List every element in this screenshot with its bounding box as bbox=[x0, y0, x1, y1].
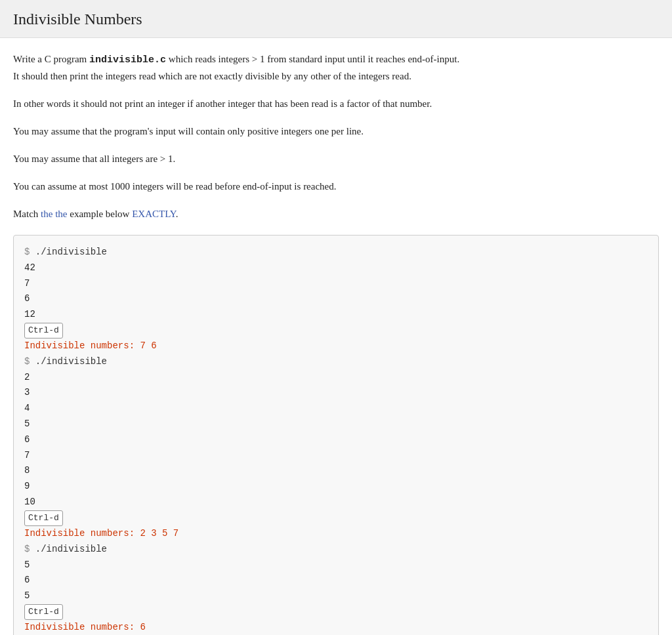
paragraph-2: In other words it should not print an in… bbox=[13, 96, 659, 112]
ctrl-d-3: Ctrl-d bbox=[24, 604, 648, 620]
input-42: 42 bbox=[24, 260, 648, 276]
output-2: Indivisible numbers: 2 3 5 7 bbox=[24, 526, 648, 542]
cmd-3: ./indivisible bbox=[30, 544, 107, 554]
input-7: 7 bbox=[24, 276, 648, 292]
page-title: Indivisible Numbers bbox=[13, 10, 659, 28]
ctrl-d-1: Ctrl-d bbox=[24, 323, 648, 338]
input-6c: 6 bbox=[24, 573, 648, 588]
content: Write a C program indivisible.c which re… bbox=[0, 38, 672, 635]
paragraph-3: You may assume that the program's input … bbox=[13, 123, 659, 139]
input-2: 2 bbox=[24, 370, 648, 386]
input-5: 5 bbox=[24, 417, 648, 432]
paragraph-4: You may assume that all integers are > 1… bbox=[13, 151, 659, 167]
match-instruction: Match the the example below EXACTLY. bbox=[13, 206, 659, 222]
exactly-link[interactable]: EXACTLY bbox=[132, 209, 176, 219]
header: Indivisible Numbers bbox=[0, 0, 672, 38]
input-3: 3 bbox=[24, 385, 648, 401]
paragraph-5: You can assume at most 1000 integers wil… bbox=[13, 178, 659, 194]
paragraph-1: Write a C program indivisible.c which re… bbox=[13, 51, 659, 84]
output-1: Indivisible numbers: 7 6 bbox=[24, 338, 648, 354]
code-block-container: $ ./indivisible 42 7 6 12 Ctrl-d Indivis… bbox=[13, 235, 659, 635]
input-9: 9 bbox=[24, 479, 648, 495]
ctrl-d-2: Ctrl-d bbox=[24, 510, 648, 526]
cmd-line-2: $ ./indivisible bbox=[24, 354, 648, 370]
the-link-2[interactable]: the bbox=[55, 209, 67, 219]
input-8: 8 bbox=[24, 463, 648, 479]
filename: indivisible.c bbox=[89, 54, 166, 66]
input-7b: 7 bbox=[24, 448, 648, 464]
cmd-line-1: $ ./indivisible bbox=[24, 245, 648, 260]
cmd-1: ./indivisible bbox=[30, 247, 107, 257]
input-5c: 5 bbox=[24, 588, 648, 604]
input-6b: 6 bbox=[24, 432, 648, 448]
cmd-line-3: $ ./indivisible bbox=[24, 542, 648, 558]
output-3: Indivisible numbers: 6 bbox=[24, 620, 648, 635]
input-4: 4 bbox=[24, 401, 648, 417]
cmd-2: ./indivisible bbox=[30, 356, 107, 367]
input-6: 6 bbox=[24, 291, 648, 307]
the-link[interactable]: the bbox=[41, 209, 52, 219]
input-10: 10 bbox=[24, 495, 648, 510]
input-12: 12 bbox=[24, 307, 648, 323]
input-5b: 5 bbox=[24, 558, 648, 573]
